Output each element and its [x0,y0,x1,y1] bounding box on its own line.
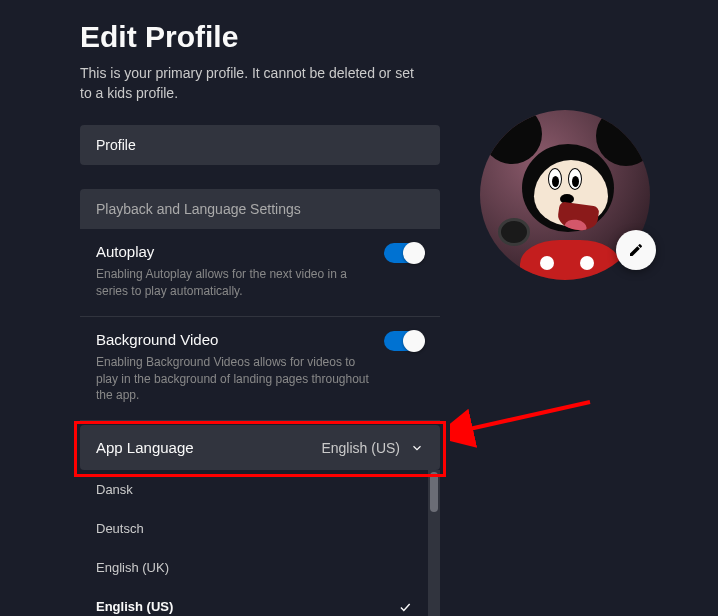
page-subtitle: This is your primary profile. It cannot … [80,64,420,103]
chevron-down-icon [410,441,424,455]
background-video-toggle[interactable] [384,331,424,351]
edit-avatar-button[interactable] [616,230,656,270]
language-option-label: Dansk [96,482,133,497]
avatar-container [480,110,650,280]
autoplay-desc: Enabling Autoplay allows for the next vi… [96,266,376,300]
language-option-label: Deutsch [96,521,144,536]
profile-name-field[interactable]: Profile [80,125,440,165]
app-language-label: App Language [96,439,194,456]
language-option-deutsch[interactable]: Deutsch [80,509,428,548]
autoplay-setting-row: Autoplay Enabling Autoplay allows for th… [80,229,440,317]
language-option-label: English (US) [96,599,173,614]
background-video-title: Background Video [96,331,424,348]
autoplay-toggle[interactable] [384,243,424,263]
language-dropdown-list: Dansk Deutsch English (UK) English (US) … [80,470,440,616]
background-video-setting-row: Background Video Enabling Background Vid… [80,317,440,421]
app-language-dropdown[interactable]: App Language English (US) [80,425,440,470]
language-option-label: English (UK) [96,560,169,575]
pencil-icon [628,242,644,258]
app-language-value: English (US) [321,440,400,456]
playback-section-header: Playback and Language Settings [80,189,440,229]
check-icon [398,600,412,614]
autoplay-title: Autoplay [96,243,424,260]
language-option-english-us[interactable]: English (US) [80,587,428,616]
language-option-dansk[interactable]: Dansk [80,470,428,509]
page-title: Edit Profile [80,20,440,54]
language-option-english-uk[interactable]: English (UK) [80,548,428,587]
profile-name-value: Profile [96,137,136,153]
background-video-desc: Enabling Background Videos allows for vi… [96,354,376,404]
